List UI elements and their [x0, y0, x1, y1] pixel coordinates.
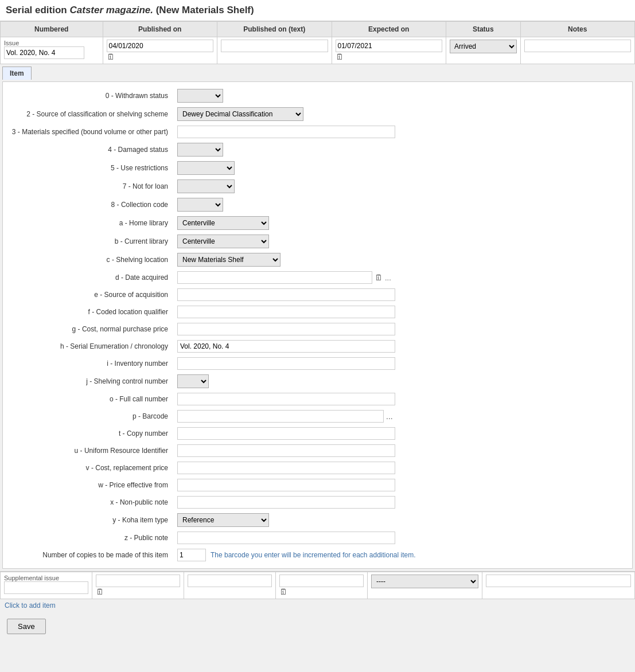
label-cost-replacement: v - Cost, replacement price: [7, 459, 174, 476]
row-shelving-control: j - Shelving control number: [7, 372, 628, 390]
input-copies[interactable]: [177, 549, 206, 561]
col-header-expected-on: Expected on: [332, 22, 446, 37]
supplemental-cal1-icon[interactable]: 🗓: [96, 587, 104, 596]
expected-on-input[interactable]: [336, 40, 443, 52]
col-header-status: Status: [446, 22, 521, 37]
published-on-text-cell: [217, 37, 332, 64]
row-uri: u - Uniform Resource Identifier: [7, 442, 628, 459]
input-serial-enum[interactable]: [177, 340, 395, 353]
row-source-acquisition: e - Source of acquisition: [7, 286, 628, 303]
serial-table: Numbered Published on Published on (text…: [0, 21, 635, 64]
row-koha-item-type: y - Koha item type Reference: [7, 511, 628, 529]
input-coded-location[interactable]: [177, 306, 395, 318]
supplemental-row: Supplemental issue 🗓 🗓: [0, 571, 635, 599]
item-form-section: 0 - Withdrawn status 2 - Source of class…: [2, 81, 633, 569]
input-uri[interactable]: [177, 444, 395, 457]
label-serial-enum: h - Serial Enumeration / chronology: [7, 338, 174, 355]
input-inventory-number[interactable]: [177, 357, 395, 370]
col-header-published-on: Published on: [103, 22, 217, 37]
label-copies: Number of copies to be made of this item: [7, 546, 174, 564]
supplemental-col3-input[interactable]: [188, 575, 272, 587]
click-add-item[interactable]: Click to add item: [0, 599, 635, 612]
supplemental-notes-cell: [482, 572, 635, 599]
published-on-input[interactable]: [107, 40, 214, 52]
label-current-library: b - Current library: [7, 232, 174, 251]
expected-on-calendar-icon[interactable]: 🗓: [336, 52, 344, 61]
select-damaged[interactable]: [177, 143, 223, 157]
input-price-effective[interactable]: [177, 479, 395, 491]
row-inventory-number: i - Inventory number: [7, 355, 628, 372]
select-shelving-location[interactable]: New Materials Shelf: [177, 253, 281, 267]
row-materials-specified: 3 - Materials specified (bound volume or…: [7, 123, 628, 140]
input-copy-number[interactable]: [177, 427, 395, 440]
supplemental-status-select[interactable]: ----: [371, 575, 478, 588]
supplemental-cal2-icon[interactable]: 🗓: [279, 587, 287, 596]
status-cell: Arrived Expected Late Missing Not availa…: [446, 37, 521, 64]
notes-input[interactable]: [524, 40, 632, 52]
row-shelving-scheme: 2 - Source of classification or shelving…: [7, 105, 628, 123]
supplemental-table: Supplemental issue 🗓 🗓: [0, 572, 635, 599]
item-tab[interactable]: Item: [2, 67, 32, 80]
barcode-dots: ...: [386, 412, 393, 421]
label-non-public-note: x - Non-public note: [7, 494, 174, 511]
select-use-restrictions[interactable]: [177, 161, 235, 175]
label-uri: u - Uniform Resource Identifier: [7, 442, 174, 459]
select-collection-code[interactable]: [177, 198, 223, 212]
date-acquired-calendar-icon[interactable]: 🗓: [375, 273, 383, 282]
published-on-cell: 🗓: [103, 37, 217, 64]
row-date-acquired: d - Date acquired 🗓 ...: [7, 269, 628, 286]
label-full-call-number: o - Full call number: [7, 390, 174, 408]
row-current-library: b - Current library Centerville: [7, 232, 628, 251]
select-not-for-loan[interactable]: [177, 179, 235, 193]
col-header-notes: Notes: [520, 22, 635, 37]
label-damaged: 4 - Damaged status: [7, 140, 174, 159]
supplemental-issue-input[interactable]: [4, 581, 88, 594]
input-cost-normal[interactable]: [177, 323, 395, 335]
col-header-numbered: Numbered: [1, 22, 103, 37]
label-shelving-location: c - Shelving location: [7, 251, 174, 269]
row-public-note: z - Public note: [7, 529, 628, 546]
item-form-table: 0 - Withdrawn status 2 - Source of class…: [7, 87, 628, 564]
issue-input[interactable]: [4, 46, 84, 59]
select-current-library[interactable]: Centerville: [177, 235, 269, 248]
page-title: Serial edition Catster magazine. (New Ma…: [0, 0, 635, 21]
label-source-acquisition: e - Source of acquisition: [7, 286, 174, 303]
label-not-for-loan: 7 - Not for loan: [7, 177, 174, 196]
select-shelving-scheme[interactable]: Dewey Decimal Classification: [177, 107, 303, 121]
input-barcode[interactable]: [177, 410, 384, 423]
label-price-effective: w - Price effective from: [7, 476, 174, 494]
status-select[interactable]: Arrived Expected Late Missing Not availa…: [450, 40, 517, 53]
label-inventory-number: i - Inventory number: [7, 355, 174, 372]
issue-label: Issue: [4, 40, 99, 46]
published-on-text-input[interactable]: [221, 40, 328, 52]
label-public-note: z - Public note: [7, 529, 174, 546]
row-serial-enum: h - Serial Enumeration / chronology: [7, 338, 628, 355]
supplemental-col2-input[interactable]: [96, 575, 180, 587]
select-koha-item-type[interactable]: Reference: [177, 513, 269, 527]
label-coded-location: f - Coded location qualifier: [7, 303, 174, 321]
select-withdrawn[interactable]: [177, 89, 223, 103]
copies-hint: The barcode you enter will be incremente…: [211, 551, 416, 559]
row-damaged: 4 - Damaged status: [7, 140, 628, 159]
row-non-public-note: x - Non-public note: [7, 494, 628, 511]
input-public-note[interactable]: [177, 532, 395, 544]
input-non-public-note[interactable]: [177, 496, 395, 509]
published-on-calendar-icon[interactable]: 🗓: [107, 52, 115, 61]
label-date-acquired: d - Date acquired: [7, 269, 174, 286]
label-withdrawn: 0 - Withdrawn status: [7, 87, 174, 105]
input-source-acquisition[interactable]: [177, 288, 395, 301]
supplemental-col4-input[interactable]: [279, 575, 364, 587]
save-section: Save: [0, 612, 635, 641]
expected-on-cell: 🗓: [332, 37, 446, 64]
input-materials-specified[interactable]: [177, 126, 395, 138]
input-full-call-number[interactable]: [177, 393, 395, 405]
select-shelving-control[interactable]: [177, 374, 209, 388]
select-home-library[interactable]: Centerville: [177, 216, 269, 230]
input-cost-replacement[interactable]: [177, 462, 395, 474]
save-button[interactable]: Save: [7, 619, 46, 634]
row-cost-replacement: v - Cost, replacement price: [7, 459, 628, 476]
supplemental-notes-input[interactable]: [486, 575, 631, 587]
row-shelving-location: c - Shelving location New Materials Shel…: [7, 251, 628, 269]
label-barcode: p - Barcode: [7, 408, 174, 425]
input-date-acquired[interactable]: [177, 271, 372, 284]
